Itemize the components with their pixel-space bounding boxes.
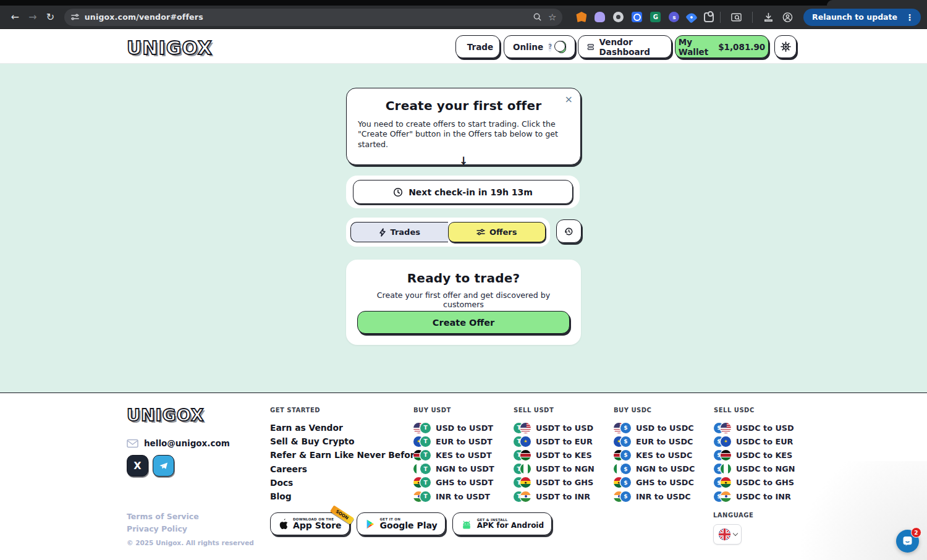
currency-pair-link[interactable]: USDT to INR: [514, 490, 614, 503]
currency-pair-link[interactable]: USDT to NGN: [514, 462, 614, 476]
currency-pair-link[interactable]: KES to USDT: [413, 448, 514, 462]
currency-pair-link[interactable]: USD to USDC: [614, 421, 714, 435]
trade-button[interactable]: Trade: [455, 35, 500, 58]
currency-pair-link[interactable]: USDT to KES: [514, 448, 614, 462]
footer-link-label: USDC to KES: [736, 451, 792, 460]
currency-pair-link[interactable]: EUR to USDT: [413, 435, 514, 448]
google-play-badge[interactable]: GET IT ON Google Play: [357, 512, 446, 535]
url-text[interactable]: unigox.com/vendor#offers: [85, 12, 533, 22]
help-icon[interactable]: ?: [548, 42, 552, 52]
logo[interactable]: UNIGOX: [127, 37, 213, 59]
my-wallet-button[interactable]: My Wallet $1,081.90: [675, 35, 769, 58]
usdt-icon: [420, 450, 431, 460]
currency-pair-link[interactable]: USDC to GHS: [714, 476, 814, 490]
site-footer: UNIGOX hello@unigox.com X Terms of Servi…: [0, 392, 927, 560]
pair-icon: [714, 477, 732, 488]
pair-icon: [413, 464, 431, 474]
tip-body: You need to create offers to start tradi…: [358, 119, 569, 150]
vendor-dashboard-button[interactable]: Vendor Dashboard: [578, 35, 672, 58]
tag-extension-icon[interactable]: [686, 11, 698, 23]
currency-pair-link[interactable]: INR to USDC: [614, 490, 714, 503]
reading-mode-icon[interactable]: [730, 11, 742, 23]
site-settings-icon[interactable]: [70, 12, 80, 22]
apk-android-badge[interactable]: GET & INSTALL APK for Android: [452, 512, 552, 535]
footer-link-label: USDT to KES: [536, 451, 592, 460]
usdt-icon: [420, 436, 431, 447]
language-selector[interactable]: [713, 524, 742, 545]
currency-pair-link[interactable]: NGN to USDC: [614, 462, 714, 476]
currency-pair-link[interactable]: USDC to INR: [714, 490, 814, 503]
eur-icon: [520, 436, 531, 447]
usdc-icon: [620, 423, 631, 433]
checkin-button[interactable]: Next check-in in 19h 13m: [353, 180, 573, 204]
download-icon[interactable]: [763, 11, 774, 23]
tab-trades[interactable]: Trades: [350, 222, 448, 242]
forward-icon[interactable]: →: [25, 9, 41, 25]
browser-toolbar: ← → ↻ unigox.com/vendor#offers ☆ Gs Rela…: [0, 6, 927, 29]
pair-icon: [714, 464, 732, 474]
tab-trades-label: Trades: [391, 227, 420, 237]
settings-button[interactable]: [774, 35, 797, 58]
contact-email[interactable]: hello@unigox.com: [127, 438, 230, 448]
profile-icon[interactable]: [782, 11, 794, 23]
footer-link[interactable]: Blog: [270, 490, 413, 503]
privacy-link[interactable]: Privacy Policy: [127, 523, 199, 535]
grammarly-extension-icon[interactable]: G: [650, 12, 661, 22]
telegram-button[interactable]: [153, 455, 174, 477]
ghost-extension-icon[interactable]: [595, 12, 605, 22]
kes-icon: [721, 450, 731, 460]
currency-pair-link[interactable]: USDC to EUR: [714, 435, 814, 448]
browser-menu-icon[interactable]: ⋮: [902, 12, 917, 22]
pair-icon: [514, 491, 531, 502]
currency-pair-link[interactable]: INR to USDT: [413, 490, 514, 503]
footer-link[interactable]: Refer & Earn Like Never Before: [270, 448, 413, 462]
currency-pair-link[interactable]: USDC to NGN: [714, 462, 814, 476]
puzzle-extension-icon[interactable]: [704, 12, 714, 22]
coin-extension-icon[interactable]: [632, 12, 642, 22]
currency-pair-link[interactable]: USDT to EUR: [514, 435, 614, 448]
footer-link-label: USDT to INR: [536, 492, 590, 501]
s-badge-extension-icon[interactable]: s: [669, 12, 679, 22]
chat-widget-button[interactable]: 2: [896, 530, 919, 553]
footer-column-header: SELL USDC: [714, 407, 814, 414]
currency-pair-link[interactable]: USDT to USD: [514, 421, 614, 435]
terms-link[interactable]: Terms of Service: [127, 511, 199, 523]
currency-pair-link[interactable]: USDT to GHS: [514, 476, 614, 490]
online-status-button[interactable]: Online ?: [504, 35, 575, 58]
envelope-icon: [127, 439, 138, 448]
search-zoom-icon[interactable]: [533, 12, 542, 22]
currency-pair-link[interactable]: USDC to KES: [714, 448, 814, 462]
reload-icon[interactable]: ↻: [43, 9, 58, 25]
back-icon[interactable]: ←: [7, 9, 23, 25]
footer-logo[interactable]: UNIGOX: [127, 405, 205, 425]
relaunch-button[interactable]: Relaunch to update ⋮: [803, 9, 921, 26]
fox-extension-icon[interactable]: [576, 12, 586, 22]
trade-label: Trade: [467, 42, 493, 52]
online-toggle[interactable]: [557, 41, 566, 53]
camera-extension-icon[interactable]: [613, 12, 624, 22]
close-icon[interactable]: ×: [565, 93, 573, 105]
address-bar[interactable]: unigox.com/vendor#offers ☆: [64, 9, 563, 26]
footer-link[interactable]: Sell & Buy Crypto: [270, 435, 413, 448]
pair-icon: [714, 491, 732, 502]
x-twitter-button[interactable]: X: [127, 455, 148, 477]
footer-link-label: USD to USDT: [436, 423, 493, 433]
currency-pair-link[interactable]: EUR to USDC: [614, 435, 714, 448]
tab-offers[interactable]: Offers: [448, 222, 546, 242]
usdt-icon: [420, 423, 431, 433]
currency-pair-link[interactable]: NGN to USDT: [413, 462, 514, 476]
app-store-badge[interactable]: DOWNLOAD ON THE App Store SOON: [270, 512, 350, 535]
currency-pair-link[interactable]: GHS to USDC: [614, 476, 714, 490]
bookmark-star-icon[interactable]: ☆: [548, 12, 556, 23]
currency-pair-link[interactable]: KES to USDC: [614, 448, 714, 462]
currency-pair-link[interactable]: GHS to USDT: [413, 476, 514, 490]
footer-link-label: EUR to USDT: [436, 437, 493, 446]
footer-link[interactable]: Careers: [270, 462, 413, 476]
currency-pair-link[interactable]: USD to USDT: [413, 421, 514, 435]
history-button[interactable]: [556, 219, 582, 243]
footer-link-label: USDC to USD: [736, 423, 794, 433]
footer-link[interactable]: Earn as Vendor: [270, 421, 413, 435]
currency-pair-link[interactable]: USDC to USD: [714, 421, 814, 435]
footer-link[interactable]: Docs: [270, 476, 413, 490]
create-offer-button[interactable]: Create Offer: [357, 311, 570, 334]
